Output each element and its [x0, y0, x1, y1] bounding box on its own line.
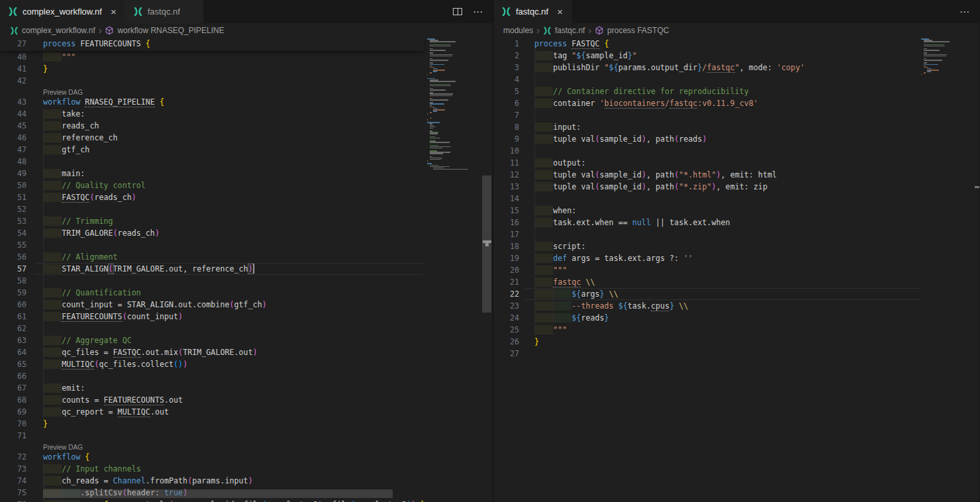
code-line-74[interactable]: 74 ch_reads = Channel.fromPath(params.in… [0, 475, 423, 487]
line-number[interactable]: 9 [493, 133, 525, 145]
code-line-73[interactable]: 73 // Input channels [0, 463, 423, 475]
code-line-64[interactable]: 64 qc_files = FASTQC.out.mix(TRIM_GALORE… [0, 346, 423, 358]
code-line-43[interactable]: 43workflow RNASEQ_PIPELINE { [0, 96, 423, 108]
code-line-content[interactable]: tuple val(sample_id), path(reads) [525, 133, 921, 145]
code-line-content[interactable]: output: [525, 157, 921, 169]
code-line-content[interactable]: emit: [34, 382, 423, 394]
code-line-content[interactable] [34, 430, 423, 442]
breadcrumb-item[interactable]: fastqc.nf [543, 26, 585, 35]
code-line-content[interactable] [34, 156, 423, 168]
code-line-content[interactable]: process FEATURECOUNTS { [34, 38, 424, 50]
code-line-27[interactable]: 27 [493, 348, 921, 360]
code-line-content[interactable]: counts = FEATURECOUNTS.out [34, 394, 423, 406]
line-number[interactable]: 8 [493, 121, 525, 133]
code-line-4[interactable]: 4 [493, 74, 921, 85]
line-number[interactable]: 59 [0, 287, 34, 299]
minimap[interactable] [427, 38, 481, 170]
code-line-content[interactable]: input: [525, 121, 921, 133]
code-line-content[interactable]: process FASTQC { [525, 38, 921, 50]
line-number[interactable]: 42 [0, 75, 34, 87]
code-line-content[interactable]: def args = task.ext.args ?: '' [525, 252, 921, 264]
code-line-16[interactable]: 16 task.ext.when == null || task.ext.whe… [493, 217, 921, 228]
code-line-content[interactable]: qc_report = MULTIQC.out [34, 406, 423, 418]
line-number[interactable]: 73 [0, 463, 34, 475]
line-number[interactable]: 19 [493, 252, 525, 264]
code-line-48[interactable]: 48 [0, 156, 423, 168]
code-line-10[interactable]: 10 [493, 145, 921, 157]
sash-handle-marker[interactable] [483, 240, 491, 243]
code-editor-left[interactable]: 40 """41}42Preview DAG43workflow RNASEQ_… [0, 38, 493, 502]
code-line-content[interactable]: workflow RNASEQ_PIPELINE { [34, 96, 423, 108]
code-line-42[interactable]: 42 [0, 75, 423, 87]
line-number[interactable]: 69 [0, 406, 34, 418]
close-icon[interactable]: × [557, 7, 563, 17]
code-line-content[interactable]: gtf_ch [34, 144, 423, 156]
code-line-content[interactable]: } [34, 63, 423, 75]
line-number[interactable]: 4 [493, 74, 525, 85]
codelens-label[interactable]: Preview DAG [34, 442, 423, 451]
code-editor-right[interactable]: 1process FASTQC {2 tag "${sample_id}"3 p… [493, 38, 979, 502]
line-number[interactable]: 10 [493, 145, 525, 157]
code-line-content[interactable]: TRIM_GALORE(reads_ch) [34, 227, 423, 239]
line-number[interactable]: 68 [0, 394, 34, 406]
line-number[interactable]: 7 [493, 109, 525, 121]
line-number[interactable]: 3 [493, 62, 525, 74]
close-icon[interactable]: × [111, 7, 117, 17]
line-number[interactable]: 26 [493, 336, 525, 348]
code-line-59[interactable]: 59 // Quantification [0, 287, 423, 299]
code-line-9[interactable]: 9 tuple val(sample_id), path(reads) [493, 133, 921, 145]
line-number[interactable]: 64 [0, 346, 34, 358]
split-editor-icon[interactable] [453, 8, 462, 15]
code-line-5[interactable]: 5 // Container directive for reproducibi… [493, 85, 921, 97]
code-line-content[interactable]: STAR_ALIGN(TRIM_GALORE.out, reference_ch… [34, 263, 423, 275]
breadcrumb-item[interactable]: complex_workflow.nf [10, 26, 95, 35]
code-line-23[interactable]: 23 --threads ${task.cpus} \\ [493, 300, 921, 312]
line-number[interactable]: 65 [0, 358, 34, 370]
line-number[interactable]: 1 [493, 38, 525, 50]
code-line-56[interactable]: 56 // Alignment [0, 251, 423, 263]
code-line-content[interactable]: // Input channels [34, 463, 423, 475]
code-line-22[interactable]: 22 ${args} \\ [493, 288, 921, 300]
line-number[interactable]: 12 [493, 169, 525, 181]
more-actions-icon[interactable]: ⋯ [959, 6, 970, 18]
code-line-content[interactable]: // Alignment [34, 251, 423, 263]
code-line-content[interactable]: // Quantification [34, 287, 423, 299]
more-actions-icon[interactable]: ⋯ [473, 6, 483, 18]
code-line-13[interactable]: 13 tuple val(sample_id), path("*.zip"), … [493, 181, 921, 193]
code-line-content[interactable]: count_input = STAR_ALIGN.out.combine(gtf… [34, 299, 423, 311]
sticky-line[interactable]: 27process FEATURECOUNTS { [0, 38, 424, 50]
tab-complex_workflow-nf[interactable]: complex_workflow.nf× [0, 0, 125, 23]
code-line-66[interactable]: 66 [0, 370, 423, 382]
line-number[interactable]: 43 [0, 96, 34, 108]
code-line-24[interactable]: 24 ${reads} [493, 312, 921, 324]
breadcrumb-item[interactable]: process FASTQC [595, 26, 669, 35]
code-line-40[interactable]: 40 """ [0, 51, 423, 63]
code-line-58[interactable]: 58 [0, 275, 423, 287]
code-line-content[interactable]: task.ext.when == null || task.ext.when [525, 217, 921, 228]
code-line-20[interactable]: 20 """ [493, 264, 921, 276]
line-number[interactable]: 58 [0, 275, 34, 287]
line-number[interactable]: 27 [493, 348, 525, 360]
code-line-6[interactable]: 6 container 'biocontainers/fastqc:v0.11.… [493, 97, 921, 109]
line-number[interactable]: 62 [0, 323, 34, 334]
code-line-25[interactable]: 25 """ [493, 324, 921, 336]
code-line-3[interactable]: 3 publishDir "${params.output_dir}/fastq… [493, 62, 921, 74]
line-number[interactable]: 56 [0, 251, 34, 263]
code-line-53[interactable]: 53 // Trimming [0, 215, 423, 227]
code-line-11[interactable]: 11 output: [493, 157, 921, 169]
line-number[interactable]: 54 [0, 227, 34, 239]
code-line-18[interactable]: 18 script: [493, 240, 921, 252]
code-line-content[interactable]: qc_files = FASTQC.out.mix(TRIM_GALORE.ou… [34, 346, 423, 358]
code-line-content[interactable] [34, 370, 423, 382]
code-line-content[interactable]: tuple val(sample_id), path("*.zip"), emi… [525, 181, 921, 193]
code-line-content[interactable]: """ [525, 264, 921, 276]
code-line-content[interactable]: reads_ch [34, 120, 423, 132]
code-line-content[interactable]: ch_reads = Channel.fromPath(params.input… [34, 475, 423, 487]
code-line-17[interactable]: 17 [493, 228, 921, 240]
line-number[interactable]: 15 [493, 205, 525, 217]
code-line-content[interactable] [525, 348, 921, 360]
line-number[interactable]: 63 [0, 334, 34, 346]
line-number[interactable]: 24 [493, 312, 525, 324]
code-line-content[interactable] [34, 239, 423, 251]
code-line-68[interactable]: 68 counts = FEATURECOUNTS.out [0, 394, 423, 406]
